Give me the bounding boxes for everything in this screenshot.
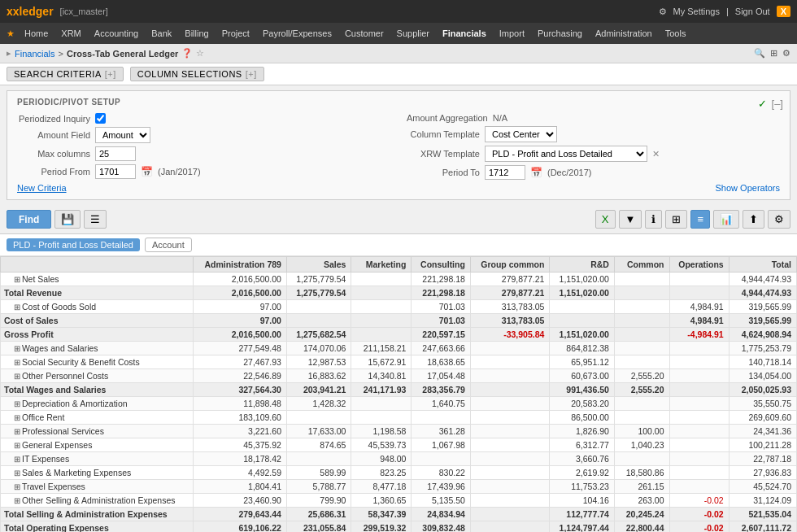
nav-tools[interactable]: Tools (659, 25, 693, 41)
row-cell: 2,016,500.00 (193, 328, 286, 342)
row-label[interactable]: ⊞Net Sales (1, 273, 194, 286)
row-label[interactable]: ⊞Office Rent (1, 411, 194, 425)
row-cell: 60,673.00 (550, 369, 614, 383)
show-operators-link[interactable]: Show Operators (716, 183, 780, 193)
nav-star-icon[interactable]: ★ (7, 28, 15, 39)
row-label[interactable]: ⊞Cost of Goods Sold (1, 300, 194, 314)
expand-icon[interactable]: ⊞ (14, 344, 20, 353)
expand-icon[interactable]: ⊞ (14, 303, 20, 312)
expand-icon[interactable]: ⊞ (14, 372, 20, 381)
search-criteria-button[interactable]: SEARCH CRITERIA[+] (7, 67, 124, 81)
nav-financials[interactable]: Financials (436, 25, 493, 41)
row-label[interactable]: ⊞Wages and Salaries (1, 342, 194, 355)
expand-icon[interactable]: ⊞ (14, 455, 20, 464)
expand-icon[interactable]: ⊞ (14, 482, 20, 491)
row-cell: 221,298.18 (412, 286, 471, 300)
period-to-input[interactable] (485, 165, 525, 180)
row-cell: 313,783.05 (470, 314, 550, 328)
row-cell (351, 411, 412, 425)
nav-import[interactable]: Import (493, 25, 531, 41)
amount-field-select[interactable]: Amount (95, 127, 150, 143)
nav-home[interactable]: Home (18, 25, 54, 41)
help-icon[interactable]: ❓ (181, 48, 193, 59)
excel-icon-button[interactable]: X (595, 210, 616, 229)
expand-icon[interactable]: ⊞ (14, 358, 20, 367)
sign-out-link[interactable]: Sign Out (735, 7, 770, 16)
expand-icon[interactable]: ⊞ (14, 496, 20, 505)
row-cell (470, 452, 550, 466)
table-icon-button[interactable]: ≡ (690, 210, 710, 229)
row-cell: 2,619.92 (550, 466, 614, 480)
favorite-icon[interactable]: ☆ (196, 48, 204, 59)
xrw-template-select[interactable]: PLD - Profit and Loss Detailed (485, 146, 647, 162)
nav-accounting[interactable]: Accounting (88, 25, 145, 41)
list-icon-button[interactable]: ☰ (84, 210, 107, 229)
nav-customer[interactable]: Customer (338, 25, 390, 41)
nav-bank[interactable]: Bank (145, 25, 178, 41)
column-template-select[interactable]: Cost Center (485, 126, 557, 142)
expand-icon[interactable]: ⊞ (14, 427, 20, 436)
setup-check-icon[interactable]: ✓ (758, 98, 767, 110)
expand-icon[interactable]: ⊞ (14, 399, 20, 408)
settings-gear-icon[interactable]: ⚙ (782, 48, 790, 59)
nav-supplier[interactable]: Supplier (390, 25, 436, 41)
expand-icon[interactable]: ⊞ (14, 413, 20, 422)
row-cell (550, 300, 614, 314)
xrw-clear-icon[interactable]: ✕ (652, 149, 660, 159)
max-columns-input[interactable] (95, 146, 136, 161)
nav-payroll[interactable]: Payroll/Expenses (256, 25, 338, 41)
row-cell: 3,660.76 (550, 452, 614, 466)
setup-collapse-icon[interactable]: [–] (772, 98, 783, 110)
row-cell (669, 411, 729, 425)
periodized-inquiry-checkbox[interactable] (95, 113, 106, 124)
tag-account[interactable]: Account (145, 238, 192, 252)
expand-icon[interactable]: ⊞ (14, 441, 20, 450)
row-cell: 4,984.91 (669, 314, 729, 328)
period-from-calendar-icon[interactable]: 📅 (141, 166, 153, 177)
row-label[interactable]: ⊞Other Personnel Costs (1, 369, 194, 383)
row-cell (412, 411, 471, 425)
row-label[interactable]: ⊞General Expenses (1, 438, 194, 452)
grid-icon[interactable]: ⊞ (770, 48, 777, 59)
nav-billing[interactable]: Billing (178, 25, 215, 41)
amount-aggregation-label: Amount Aggregation (407, 113, 488, 123)
nav-administration[interactable]: Administration (589, 25, 659, 41)
row-label[interactable]: ⊞Sales & Marketing Expenses (1, 466, 194, 480)
row-label[interactable]: ⊞IT Expenses (1, 452, 194, 466)
row-cell: 991,436.50 (550, 383, 614, 397)
table-row: ⊞Depreciation & Amortization11,898.481,4… (1, 397, 797, 411)
nav-project[interactable]: Project (216, 25, 256, 41)
row-label[interactable]: ⊞Social Security & Benefit Costs (1, 355, 194, 369)
row-label[interactable]: ⊞Other Selling & Administration Expenses (1, 494, 194, 508)
row-label[interactable]: ⊞Professional Services (1, 425, 194, 438)
new-criteria-link[interactable]: New Criteria (17, 183, 67, 193)
export-icon-button[interactable]: ⬆ (743, 210, 764, 229)
table-row: ⊞General Expenses45,375.92874.6545,539.7… (1, 438, 797, 452)
row-label[interactable]: ⊞Depreciation & Amortization (1, 397, 194, 411)
col-header-marketing: Marketing (351, 257, 412, 273)
row-cell: 97.00 (193, 314, 286, 328)
info-icon-button[interactable]: ℹ (645, 210, 662, 229)
nav-xrm[interactable]: XRM (54, 25, 87, 41)
row-cell (470, 521, 550, 533)
search-icon[interactable]: 🔍 (754, 48, 765, 59)
settings-icon-button[interactable]: ⚙ (768, 210, 790, 229)
find-button[interactable]: Find (7, 210, 51, 229)
expand-icon[interactable]: ⊞ (14, 275, 20, 284)
expand-icon[interactable]: ⊞ (14, 469, 20, 477)
row-label[interactable]: ⊞Travel Expenses (1, 480, 194, 494)
period-from-input[interactable] (95, 164, 136, 179)
row-cell: 283,356.79 (412, 383, 471, 397)
save-icon-button[interactable]: 💾 (54, 210, 81, 229)
grid-icon-button[interactable]: ⊞ (665, 210, 687, 229)
nav-purchasing[interactable]: Purchasing (531, 25, 589, 41)
row-cell: -0.02 (669, 521, 729, 533)
breadcrumb-financials[interactable]: Financials (15, 49, 55, 59)
period-to-calendar-icon[interactable]: 📅 (530, 167, 542, 178)
my-settings-link[interactable]: My Settings (673, 7, 720, 16)
chart-icon-button[interactable]: 📊 (713, 210, 739, 229)
row-cell (470, 369, 550, 383)
filter-icon-button[interactable]: ▼ (619, 210, 642, 229)
column-selections-button[interactable]: COLUMN SELECTIONS[+] (130, 67, 264, 81)
breadcrumb: ▸ Financials > Cross-Tab General Ledger … (7, 48, 204, 59)
